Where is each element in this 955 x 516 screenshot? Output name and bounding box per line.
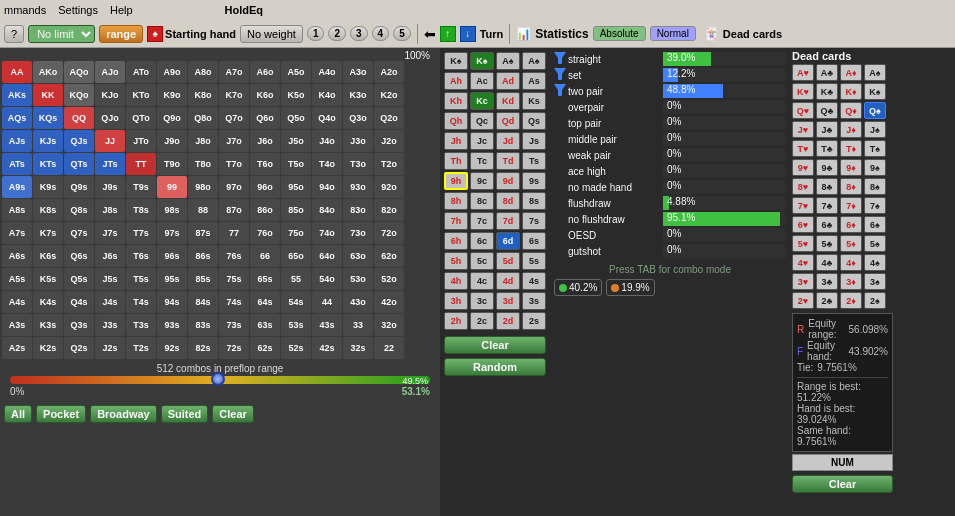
matrix-cell[interactable]: 43s xyxy=(312,314,342,336)
matrix-cell[interactable]: T9o xyxy=(157,153,187,175)
turn-card[interactable]: 9c xyxy=(470,172,494,190)
dead-card[interactable]: 6♣ xyxy=(816,216,838,233)
matrix-cell[interactable]: 84s xyxy=(188,291,218,313)
matrix-cell[interactable]: 94o xyxy=(312,176,342,198)
matrix-cell[interactable]: Q5s xyxy=(64,268,94,290)
clear-matrix-button[interactable]: Clear xyxy=(212,405,254,423)
matrix-cell[interactable]: 32o xyxy=(374,314,404,336)
menu-commands[interactable]: mmands xyxy=(4,4,46,16)
matrix-cell[interactable]: 92s xyxy=(157,337,187,359)
matrix-cell[interactable]: 42s xyxy=(312,337,342,359)
matrix-cell[interactable]: Q3o xyxy=(343,107,373,129)
turn-card[interactable]: 7d xyxy=(496,212,520,230)
turn-card[interactable]: 2s xyxy=(522,312,546,330)
matrix-cell[interactable]: QTs xyxy=(64,153,94,175)
matrix-cell[interactable]: 64s xyxy=(250,291,280,313)
matrix-cell[interactable]: K5o xyxy=(281,84,311,106)
matrix-cell[interactable]: QJo xyxy=(95,107,125,129)
slider-thumb[interactable] xyxy=(211,372,225,386)
matrix-cell[interactable]: AJs xyxy=(2,130,32,152)
matrix-cell[interactable]: 75s xyxy=(219,268,249,290)
turn-card[interactable]: A♠ xyxy=(496,52,520,70)
random-button[interactable]: Random xyxy=(444,358,546,376)
matrix-cell[interactable]: J2o xyxy=(374,130,404,152)
range-button[interactable]: range xyxy=(99,25,143,43)
matrix-cell[interactable]: 73s xyxy=(219,314,249,336)
num-btn-5[interactable]: 5 xyxy=(393,26,411,41)
turn-card[interactable]: 4c xyxy=(470,272,494,290)
dead-card[interactable]: 6♠ xyxy=(864,216,886,233)
dead-card[interactable]: 9♥ xyxy=(792,159,814,176)
matrix-cell[interactable]: 83s xyxy=(188,314,218,336)
matrix-cell[interactable]: KJo xyxy=(95,84,125,106)
matrix-cell[interactable]: 96s xyxy=(157,245,187,267)
matrix-cell[interactable]: T8s xyxy=(126,199,156,221)
matrix-cell[interactable]: KTs xyxy=(33,153,63,175)
matrix-cell[interactable]: 97s xyxy=(157,222,187,244)
dead-card[interactable]: 8♦ xyxy=(840,178,862,195)
range-slider[interactable]: 49.5% xyxy=(10,376,430,384)
matrix-cell[interactable]: K3o xyxy=(343,84,373,106)
matrix-cell[interactable]: 72s xyxy=(219,337,249,359)
tab-absolute[interactable]: Absolute xyxy=(593,26,646,41)
dead-card[interactable]: 4♠ xyxy=(864,254,886,271)
matrix-cell[interactable]: 73o xyxy=(343,222,373,244)
matrix-cell[interactable]: T9s xyxy=(126,176,156,198)
matrix-cell[interactable]: A7o xyxy=(219,61,249,83)
turn-card[interactable]: 5c xyxy=(470,252,494,270)
turn-card[interactable]: 6d xyxy=(496,232,520,250)
matrix-cell[interactable]: J5o xyxy=(281,130,311,152)
matrix-cell[interactable]: 42o xyxy=(374,291,404,313)
matrix-cell[interactable]: J4s xyxy=(95,291,125,313)
turn-card[interactable]: Jh xyxy=(444,132,468,150)
turn-card[interactable]: 5d xyxy=(496,252,520,270)
matrix-cell[interactable]: T7s xyxy=(126,222,156,244)
turn-card[interactable]: 9h xyxy=(444,172,468,190)
num-btn-4[interactable]: 4 xyxy=(372,26,390,41)
matrix-cell[interactable]: J9s xyxy=(95,176,125,198)
turn-card[interactable]: 3c xyxy=(470,292,494,310)
dead-card[interactable]: 6♦ xyxy=(840,216,862,233)
filter-icon[interactable] xyxy=(554,84,566,98)
matrix-cell[interactable]: A5s xyxy=(2,268,32,290)
matrix-cell[interactable]: AKo xyxy=(33,61,63,83)
matrix-cell[interactable]: JTo xyxy=(126,130,156,152)
turn-card[interactable]: K♠ xyxy=(444,52,468,70)
matrix-cell[interactable]: 65o xyxy=(281,245,311,267)
matrix-cell[interactable]: T7o xyxy=(219,153,249,175)
matrix-cell[interactable]: K7s xyxy=(33,222,63,244)
matrix-cell[interactable]: KK xyxy=(33,84,63,106)
turn-card[interactable]: Jd xyxy=(496,132,520,150)
turn-card[interactable]: 4d xyxy=(496,272,520,290)
dead-card[interactable]: J♣ xyxy=(816,121,838,138)
turn-card[interactable]: Ad xyxy=(496,72,520,90)
matrix-cell[interactable]: 98o xyxy=(188,176,218,198)
matrix-cell[interactable]: T3s xyxy=(126,314,156,336)
matrix-cell[interactable]: J2s xyxy=(95,337,125,359)
dead-card[interactable]: 5♠ xyxy=(864,235,886,252)
dead-card[interactable]: 4♥ xyxy=(792,254,814,271)
matrix-cell[interactable]: A9o xyxy=(157,61,187,83)
matrix-cell[interactable]: KJs xyxy=(33,130,63,152)
matrix-cell[interactable]: K8s xyxy=(33,199,63,221)
broadway-button[interactable]: Broadway xyxy=(90,405,157,423)
dead-card[interactable]: A♣ xyxy=(816,64,838,81)
matrix-cell[interactable]: 86s xyxy=(188,245,218,267)
dead-card[interactable]: 9♦ xyxy=(840,159,862,176)
matrix-cell[interactable]: K4o xyxy=(312,84,342,106)
matrix-cell[interactable]: 95s xyxy=(157,268,187,290)
dead-card[interactable]: 6♥ xyxy=(792,216,814,233)
matrix-cell[interactable]: 76s xyxy=(219,245,249,267)
turn-card[interactable]: 2d xyxy=(496,312,520,330)
dead-card[interactable]: 5♦ xyxy=(840,235,862,252)
turn-card[interactable]: Kh xyxy=(444,92,468,110)
turn-card[interactable]: Qc xyxy=(470,112,494,130)
turn-card[interactable]: 5s xyxy=(522,252,546,270)
dead-card[interactable]: 8♠ xyxy=(864,178,886,195)
matrix-cell[interactable]: J5s xyxy=(95,268,125,290)
turn-card[interactable]: 2c xyxy=(470,312,494,330)
matrix-cell[interactable]: 84o xyxy=(312,199,342,221)
matrix-cell[interactable]: 63o xyxy=(343,245,373,267)
dead-card[interactable]: 7♣ xyxy=(816,197,838,214)
dead-card[interactable]: 9♠ xyxy=(864,159,886,176)
